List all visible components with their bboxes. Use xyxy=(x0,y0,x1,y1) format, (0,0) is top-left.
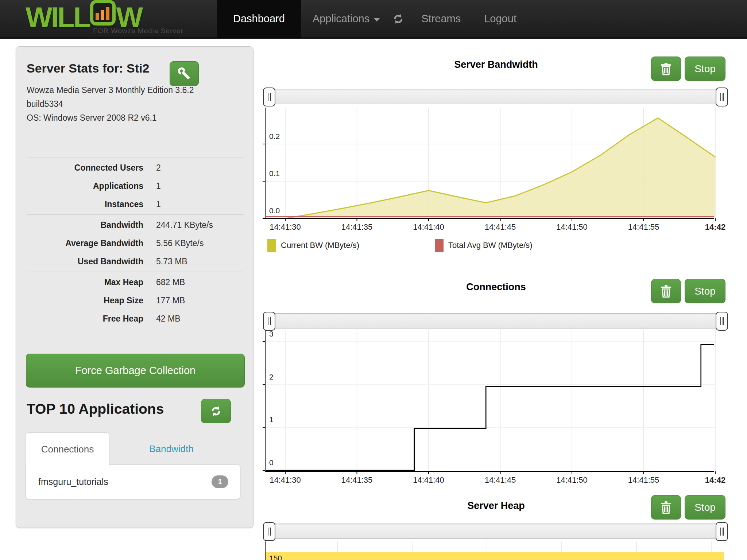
svg-text:150: 150 xyxy=(269,554,282,560)
svg-text:0.0: 0.0 xyxy=(269,206,280,215)
stat-row: Instances1 xyxy=(27,195,244,213)
stat-row: Bandwidth244.71 KByte/s xyxy=(27,216,244,234)
connections-stop-button[interactable]: Stop xyxy=(685,279,725,303)
slider-left-handle[interactable] xyxy=(263,88,275,106)
stat-label: Connected Users xyxy=(27,163,143,173)
refresh-icon xyxy=(210,405,222,417)
willow-dashboard-page: WILLW FOR Wowza Media Server Dashboard A… xyxy=(0,0,747,560)
stat-row: Free Heap42 MB xyxy=(27,310,244,328)
connections-range-slider xyxy=(266,312,725,330)
svg-text:14:41:45: 14:41:45 xyxy=(485,222,516,232)
server-stats-title: Server Stats for: Sti2 xyxy=(27,61,149,75)
slider-right-handle[interactable] xyxy=(716,312,728,331)
svg-text:14:41:35: 14:41:35 xyxy=(341,475,373,485)
stats-group: Connected Users2Applications1Instances1 xyxy=(27,157,244,214)
svg-text:0: 0 xyxy=(269,458,274,467)
server-stats-table: Connected Users2Applications1Instances1B… xyxy=(27,157,244,329)
server-bandwidth-plot[interactable]: 0.00.10.214:41:3014:41:3514:41:4014:41:4… xyxy=(263,106,733,237)
slider-left-handle[interactable] xyxy=(263,312,275,331)
tab-bandwidth[interactable]: Bandwidth xyxy=(128,432,215,466)
server-bandwidth-legend: Current BW (MByte/s) Total Avg BW (MByte… xyxy=(265,239,732,256)
server-heap-plot[interactable]: 150 xyxy=(263,540,733,560)
svg-text:0.1: 0.1 xyxy=(269,169,280,178)
server-info: Wowza Media Server 3 Monthly Edition 3.6… xyxy=(27,83,209,125)
svg-text:14:41:45: 14:41:45 xyxy=(485,475,516,485)
top-navbar: WILLW FOR Wowza Media Server Dashboard A… xyxy=(0,0,747,39)
trash-icon xyxy=(661,285,671,298)
stat-row: Used Bandwidth5.73 MB xyxy=(27,252,244,271)
connections-delete-button[interactable] xyxy=(651,279,681,303)
current-bw-swatch xyxy=(267,239,276,252)
stat-label: Max Heap xyxy=(27,277,143,287)
svg-text:14:41:50: 14:41:50 xyxy=(556,475,588,485)
legend-item: Current BW (MByte/s) xyxy=(267,239,359,252)
application-name: fmsguru_tutorials xyxy=(38,465,108,499)
slider-track[interactable] xyxy=(266,89,725,104)
stat-value: 177 MB xyxy=(156,296,185,306)
legend-item: Total Avg BW (MByte/s) xyxy=(435,239,533,252)
tab-connections[interactable]: Connections xyxy=(26,432,109,466)
avg-bw-swatch xyxy=(435,239,444,252)
nav-item-logout[interactable]: Logout xyxy=(472,0,528,38)
server-bandwidth-delete-button[interactable] xyxy=(651,57,681,81)
stat-value: 1 xyxy=(156,199,161,209)
server-os-line: OS: Windows Server 2008 R2 v6.1 xyxy=(27,111,209,125)
connections-plot[interactable]: 012314:41:3014:41:3514:41:4014:41:4514:4… xyxy=(263,328,733,490)
stat-row: Heap Size177 MB xyxy=(27,291,244,310)
svg-text:3: 3 xyxy=(269,330,274,338)
server-settings-button[interactable] xyxy=(170,61,199,86)
stat-label: Bandwidth xyxy=(27,220,143,230)
slider-track[interactable] xyxy=(266,524,725,539)
nav-refresh-button[interactable] xyxy=(391,0,410,38)
wrench-icon xyxy=(177,67,191,81)
svg-text:14:42: 14:42 xyxy=(705,222,725,232)
nav-items: Dashboard Applications Streams Logout xyxy=(217,0,528,38)
stat-label: Heap Size xyxy=(27,296,143,306)
server-bandwidth-stop-button[interactable]: Stop xyxy=(685,57,725,81)
top10-refresh-button[interactable] xyxy=(201,399,231,423)
server-heap-range-slider xyxy=(266,522,725,540)
refresh-icon xyxy=(392,13,405,25)
svg-text:14:41:35: 14:41:35 xyxy=(341,222,373,232)
nav-item-streams[interactable]: Streams xyxy=(410,0,472,38)
stat-value: 1 xyxy=(156,181,161,191)
nav-item-applications[interactable]: Applications xyxy=(301,0,391,38)
slider-right-handle[interactable] xyxy=(716,88,728,106)
server-bandwidth-range-slider xyxy=(266,88,725,106)
svg-text:14:41:55: 14:41:55 xyxy=(628,475,659,485)
stat-value: 5.73 MB xyxy=(156,257,187,267)
slider-track[interactable] xyxy=(266,313,725,328)
stat-row: Average Bandwidth5.56 KByte/s xyxy=(27,234,244,252)
svg-text:14:41:55: 14:41:55 xyxy=(628,222,659,232)
stats-group: Max Heap682 MBHeap Size177 MBFree Heap42… xyxy=(27,272,244,329)
stat-value: 244.71 KByte/s xyxy=(156,220,213,230)
server-stats-card: Server Stats for: Sti2 Wowza Media Serve… xyxy=(16,46,253,528)
svg-text:14:41:40: 14:41:40 xyxy=(413,475,444,485)
server-heap-stop-button[interactable]: Stop xyxy=(685,495,725,520)
trash-icon xyxy=(661,501,671,514)
trash-icon xyxy=(661,62,671,75)
logo-tagline: FOR Wowza Media Server xyxy=(93,27,183,35)
stat-label: Free Heap xyxy=(27,314,143,324)
slider-left-handle[interactable] xyxy=(263,522,275,541)
stat-label: Average Bandwidth xyxy=(27,238,143,248)
application-row[interactable]: fmsguru_tutorials 1 xyxy=(26,465,240,499)
nav-applications-label: Applications xyxy=(313,13,369,25)
caret-down-icon xyxy=(374,18,380,22)
stat-row: Applications1 xyxy=(27,177,244,195)
slider-right-handle[interactable] xyxy=(716,522,728,541)
legend-label: Current BW (MByte/s) xyxy=(281,241,359,250)
stat-label: Instances xyxy=(27,199,143,209)
stat-value: 5.56 KByte/s xyxy=(156,238,204,248)
stat-row: Connected Users2 xyxy=(27,159,244,177)
server-heap-delete-button[interactable] xyxy=(651,495,681,520)
nav-item-dashboard[interactable]: Dashboard xyxy=(217,0,301,38)
svg-text:14:41:40: 14:41:40 xyxy=(413,222,444,232)
top10-tabs: Connections Bandwidth xyxy=(26,432,244,466)
top10-title: TOP 10 Applications xyxy=(27,401,164,417)
stats-group: Bandwidth244.71 KByte/sAverage Bandwidth… xyxy=(27,214,244,272)
logo-barchart-icon xyxy=(90,0,116,26)
server-version-line: Wowza Media Server 3 Monthly Edition 3.6… xyxy=(27,83,209,111)
svg-text:0.2: 0.2 xyxy=(269,132,280,140)
force-gc-button[interactable]: Force Garbage Collection xyxy=(26,354,245,388)
